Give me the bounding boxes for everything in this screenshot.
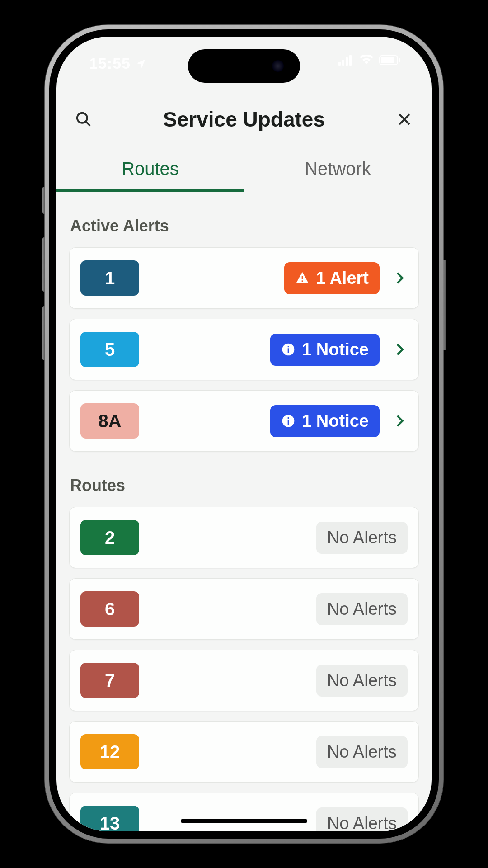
route-badge: 12 xyxy=(80,734,139,769)
route-number: 12 xyxy=(100,742,120,762)
svg-rect-18 xyxy=(288,417,289,419)
status-pill-none: No Alerts xyxy=(316,736,408,768)
status-text: No Alerts xyxy=(327,599,397,619)
svg-rect-2 xyxy=(346,57,348,66)
svg-rect-17 xyxy=(288,420,289,425)
route-card[interactable]: 6No Alerts xyxy=(69,578,419,640)
wifi-icon xyxy=(359,55,374,66)
status-icons xyxy=(338,55,401,66)
close-icon xyxy=(396,111,413,128)
phone-power-button xyxy=(443,260,446,350)
cellular-icon xyxy=(338,55,354,66)
tabs: Routes Network xyxy=(56,148,432,192)
page-title: Service Updates xyxy=(163,107,325,132)
svg-rect-11 xyxy=(302,276,303,279)
route-badge: 5 xyxy=(80,332,139,367)
route-badge: 2 xyxy=(80,520,139,555)
route-card[interactable]: 2No Alerts xyxy=(69,507,419,568)
section-title-active-alerts: Active Alerts xyxy=(70,217,418,236)
close-button[interactable] xyxy=(394,108,415,130)
status-text: 1 Notice xyxy=(302,340,369,359)
route-card[interactable]: 13No Alerts xyxy=(69,793,419,831)
route-number: 13 xyxy=(100,813,120,832)
chevron-right-icon xyxy=(392,342,408,357)
tab-network[interactable]: Network xyxy=(244,148,432,192)
svg-rect-0 xyxy=(338,62,341,66)
status-pill: 1 Alert xyxy=(284,262,380,294)
warning-icon xyxy=(295,271,310,285)
status-pill: 1 Notice xyxy=(270,334,380,366)
search-button[interactable] xyxy=(73,108,94,130)
info-icon xyxy=(281,414,296,428)
route-badge: 7 xyxy=(80,663,139,698)
status-pill-none: No Alerts xyxy=(316,522,408,554)
route-number: 6 xyxy=(105,599,115,619)
status-pill: 1 Notice xyxy=(270,405,380,437)
svg-rect-14 xyxy=(288,348,289,353)
location-icon xyxy=(135,58,147,70)
svg-rect-5 xyxy=(381,57,394,63)
status-text: 1 Alert xyxy=(316,269,369,288)
svg-rect-3 xyxy=(349,55,352,66)
phone-silent-switch xyxy=(42,187,45,214)
status-text: No Alerts xyxy=(327,528,397,547)
svg-rect-1 xyxy=(342,60,344,66)
route-card[interactable]: 7No Alerts xyxy=(69,650,419,711)
chevron-right-icon xyxy=(392,270,408,286)
svg-rect-15 xyxy=(288,346,289,347)
alert-card[interactable]: 11 Alert xyxy=(69,247,419,309)
screen: 15:55 xyxy=(56,37,432,831)
content-scroll[interactable]: Active Alerts 11 Alert51 Notice8A1 Notic… xyxy=(56,192,432,831)
svg-rect-12 xyxy=(302,280,303,282)
chevron-right-icon xyxy=(392,413,408,429)
tab-routes[interactable]: Routes xyxy=(56,148,244,192)
status-time-text: 15:55 xyxy=(89,55,131,72)
route-card[interactable]: 12No Alerts xyxy=(69,721,419,783)
home-indicator[interactable] xyxy=(181,819,307,823)
status-pill-none: No Alerts xyxy=(316,807,408,832)
search-icon xyxy=(75,111,92,128)
route-number: 1 xyxy=(105,268,115,288)
svg-rect-6 xyxy=(399,58,400,62)
dynamic-island xyxy=(188,49,300,83)
section-title-routes: Routes xyxy=(70,476,418,495)
status-pill-none: No Alerts xyxy=(316,593,408,625)
status-text: No Alerts xyxy=(327,671,397,690)
status-text: 1 Notice xyxy=(302,411,369,431)
info-icon xyxy=(281,342,296,357)
status-time: 15:55 xyxy=(89,55,147,72)
alert-card[interactable]: 51 Notice xyxy=(69,319,419,380)
route-badge: 6 xyxy=(80,591,139,627)
status-text: No Alerts xyxy=(327,742,397,762)
status-pill-none: No Alerts xyxy=(316,665,408,697)
battery-icon xyxy=(379,55,401,66)
route-number: 2 xyxy=(105,528,115,548)
route-number: 7 xyxy=(105,670,115,691)
phone-volume-up xyxy=(42,237,45,292)
phone-volume-down xyxy=(42,306,45,360)
svg-point-7 xyxy=(77,113,87,123)
route-badge: 13 xyxy=(80,806,139,831)
status-text: No Alerts xyxy=(327,814,397,832)
header: Service Updates xyxy=(56,86,432,148)
route-badge: 8A xyxy=(80,403,139,439)
phone-frame: 15:55 xyxy=(45,25,443,843)
routes-list: 2No Alerts6No Alerts7No Alerts12No Alert… xyxy=(69,507,419,831)
route-badge: 1 xyxy=(80,260,139,296)
route-number: 5 xyxy=(105,340,115,360)
route-number: 8A xyxy=(98,411,121,431)
active-alerts-list: 11 Alert51 Notice8A1 Notice xyxy=(69,247,419,452)
alert-card[interactable]: 8A1 Notice xyxy=(69,390,419,452)
svg-line-8 xyxy=(86,122,90,126)
